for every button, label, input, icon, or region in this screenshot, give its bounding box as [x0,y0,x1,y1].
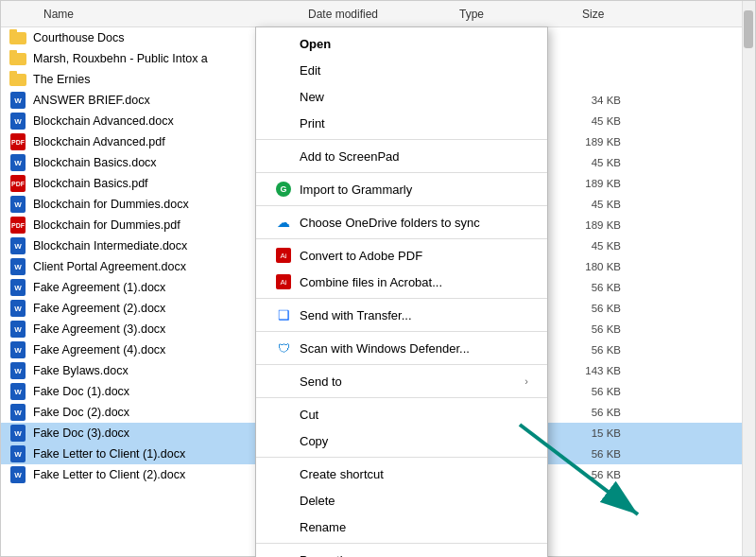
onedrive-icon: ☁ [275,214,292,231]
menu-label: Combine files in Acrobat... [300,275,442,289]
file-name: ANSWER BRIEF.docx [33,94,279,107]
word-icon: W [9,301,27,316]
no-icon [275,465,292,482]
pdf-icon: PDF [9,218,27,233]
header-date-modified[interactable]: Date modified [308,8,459,21]
file-name: Fake Letter to Client (2).docx [33,468,279,481]
file-size: 56 KB [553,344,628,356]
menu-item-properties[interactable]: Properties [256,547,547,557]
file-name: Client Portal Agreement.docx [33,260,279,273]
menu-label: New [300,90,324,104]
no-icon [275,88,292,105]
no-icon [275,373,292,390]
file-size: 56 KB [553,448,628,460]
word-icon: W [9,363,27,378]
file-size: 56 KB [553,323,628,335]
word-icon: W [9,280,27,295]
file-name: Courthouse Docs [33,31,279,44]
folder-icon [9,30,27,45]
file-size: 15 KB [553,427,628,439]
menu-item-cut[interactable]: Cut [256,401,547,427]
file-name: Fake Agreement (2).docx [33,302,279,315]
file-size: 56 KB [553,386,628,397]
word-icon: W [9,405,27,420]
menu-separator [256,139,547,140]
no-icon [275,492,292,509]
menu-label: Print [300,116,325,131]
defender-icon: 🛡 [275,339,292,357]
menu-separator [256,331,547,332]
menu-item-open[interactable]: Open [256,30,547,57]
menu-item-delete[interactable]: Delete [256,487,547,513]
file-name: Fake Agreement (4).docx [33,343,279,357]
word-icon: W [9,322,27,337]
file-size: 34 KB [553,95,628,106]
menu-separator [256,457,547,458]
scrollbar[interactable] [742,1,755,556]
word-icon: W [9,197,27,212]
scrollbar-thumb[interactable] [744,10,753,48]
menu-item-add-screenpad[interactable]: Add to ScreenPad [256,143,547,169]
file-name: Blockchain Basics.pdf [33,177,279,190]
file-size: 143 KB [553,365,628,376]
menu-item-scan-defender[interactable]: 🛡Scan with Windows Defender... [256,335,547,361]
file-name: Blockchain Intermediate.docx [33,239,279,252]
menu-item-new[interactable]: New [256,83,547,110]
menu-label: Properties [300,553,355,558]
file-name: Blockchain Advanced.docx [33,114,279,128]
word-icon: W [9,384,27,399]
menu-item-create-shortcut[interactable]: Create shortcut [256,461,547,487]
menu-label: Open [300,37,331,51]
menu-label: Copy [300,434,328,448]
file-name: Fake Bylaws.docx [33,364,279,377]
header-size[interactable]: Size [582,8,658,21]
menu-label: Choose OneDrive folders to sync [300,216,480,230]
word-icon: W [9,155,27,170]
adobe-icon: Ai [275,247,292,264]
menu-item-import-grammarly[interactable]: GImport to Grammarly [256,176,547,202]
menu-item-print[interactable]: Print [256,110,547,136]
menu-item-convert-pdf[interactable]: AiConvert to Adobe PDF [256,242,547,269]
pdf-icon: PDF [9,134,27,149]
file-name: Fake Letter to Client (1).docx [33,447,279,461]
menu-label: Convert to Adobe PDF [300,249,422,263]
menu-label: Send with Transfer... [300,308,412,322]
menu-label: Create shortcut [300,467,384,481]
file-name: Blockchain Advanced.pdf [33,135,279,148]
no-icon [275,406,292,423]
menu-item-onedrive[interactable]: ☁Choose OneDrive folders to sync [256,209,547,235]
no-icon [275,551,292,557]
file-size: 56 KB [553,407,628,418]
menu-item-edit[interactable]: Edit [256,57,547,83]
menu-item-copy[interactable]: Copy [256,427,547,454]
no-icon [275,35,292,52]
menu-label: Delete [300,494,335,508]
file-size: 45 KB [553,240,628,252]
header-type[interactable]: Type [459,8,582,21]
folder-icon [9,72,27,87]
menu-item-send-transfer[interactable]: ❑Send with Transfer... [256,302,547,328]
file-name: Fake Doc (3).docx [33,426,279,440]
header-name[interactable]: Name [43,8,308,21]
no-icon [275,518,292,535]
menu-item-send-to[interactable]: Send to› [256,368,547,394]
file-name: Fake Doc (2).docx [33,406,279,419]
folder-icon [9,51,27,66]
menu-separator [256,172,547,173]
file-name: The Ernies [33,73,279,86]
pdf-icon: PDF [9,176,27,191]
menu-item-combine-acrobat[interactable]: AiCombine files in Acrobat... [256,269,547,295]
file-size: 56 KB [553,282,628,293]
word-icon: W [9,93,27,108]
file-name: Blockchain for Dummies.pdf [33,218,279,232]
file-name: Blockchain Basics.docx [33,156,279,169]
context-menu: OpenEditNewPrintAdd to ScreenPadGImport … [255,26,548,557]
adobe-icon: Ai [275,273,292,290]
menu-item-rename[interactable]: Rename [256,513,547,540]
menu-label: Cut [300,408,318,422]
file-name: Fake Agreement (3).docx [33,322,279,336]
file-name: Marsh, Rouxbehn - Public Intox a [33,52,279,65]
menu-separator [256,397,547,398]
menu-label: Scan with Windows Defender... [300,341,470,356]
no-icon [275,148,292,165]
